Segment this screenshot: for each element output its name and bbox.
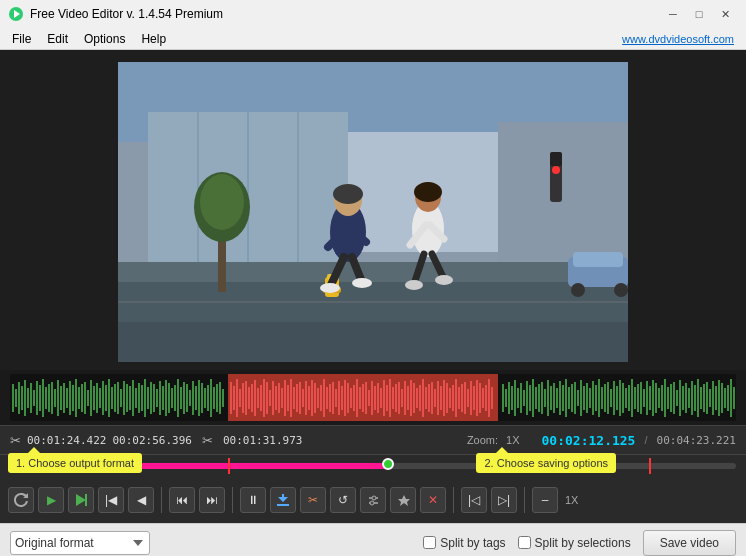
skip-start-button[interactable]: |◀ <box>98 487 124 513</box>
menu-file[interactable]: File <box>4 30 39 48</box>
minimize-button[interactable]: ─ <box>660 4 686 24</box>
svg-rect-98 <box>162 386 164 410</box>
separator-3 <box>453 487 454 513</box>
split-by-tags-checkbox[interactable] <box>423 536 436 549</box>
svg-rect-92 <box>144 379 146 417</box>
svg-rect-269 <box>685 383 687 413</box>
volume-down-button[interactable]: – <box>532 487 558 513</box>
svg-point-45 <box>571 283 585 297</box>
bottom-bar: Original format MP4 AVI MOV MKV Split by… <box>0 523 746 556</box>
svg-rect-246 <box>616 386 618 410</box>
marker1-time: 00:01:24.422 <box>27 434 106 447</box>
scrubber-thumb[interactable] <box>382 458 394 470</box>
delete-button[interactable]: ✕ <box>420 487 446 513</box>
svg-rect-78 <box>102 381 104 415</box>
svg-rect-187 <box>431 382 433 414</box>
svg-rect-218 <box>532 379 534 417</box>
svg-rect-195 <box>455 379 457 417</box>
svg-rect-79 <box>105 385 107 411</box>
adjust-button[interactable] <box>360 487 386 513</box>
svg-rect-152 <box>326 387 328 409</box>
svg-rect-250 <box>628 385 630 411</box>
prev-frame-button[interactable]: |◁ <box>461 487 487 513</box>
svg-rect-134 <box>272 381 274 415</box>
split-by-tags-group: Split by tags <box>423 536 505 550</box>
svg-rect-179 <box>407 386 409 410</box>
svg-rect-67 <box>69 381 71 415</box>
maximize-button[interactable]: □ <box>686 4 712 24</box>
next-frame-button[interactable]: ▷| <box>491 487 517 513</box>
svg-rect-210 <box>508 382 510 414</box>
svg-rect-220 <box>538 384 540 412</box>
svg-point-36 <box>405 280 423 290</box>
video-frame <box>118 62 628 362</box>
svg-rect-249 <box>625 388 627 408</box>
rotate-button[interactable]: ↺ <box>330 487 356 513</box>
svg-rect-154 <box>332 382 334 414</box>
svg-rect-266 <box>676 390 678 406</box>
skip-end-button[interactable]: ⏭ <box>199 487 225 513</box>
svg-rect-243 <box>607 382 609 414</box>
split-by-selections-label[interactable]: Split by selections <box>535 536 631 550</box>
svg-rect-66 <box>66 388 68 408</box>
svg-rect-132 <box>266 382 268 414</box>
svg-rect-287 <box>85 494 87 506</box>
menu-help[interactable]: Help <box>133 30 174 48</box>
svg-rect-157 <box>341 386 343 410</box>
svg-rect-141 <box>293 387 295 409</box>
play-button[interactable]: ▶ <box>38 487 64 513</box>
svg-rect-42 <box>550 152 562 166</box>
svg-rect-197 <box>461 384 463 412</box>
svg-rect-122 <box>236 379 238 417</box>
svg-rect-214 <box>520 383 522 413</box>
svg-rect-111 <box>201 383 203 413</box>
website-link[interactable]: www.dvdvideosoft.com <box>622 33 742 45</box>
svg-rect-94 <box>150 382 152 414</box>
svg-rect-95 <box>153 384 155 412</box>
svg-rect-229 <box>565 379 567 417</box>
format-select[interactable]: Original format MP4 AVI MOV MKV <box>10 531 150 555</box>
skip-begin-button[interactable]: ⏮ <box>169 487 195 513</box>
menu-options[interactable]: Options <box>76 30 133 48</box>
split-by-tags-label[interactable]: Split by tags <box>440 536 505 550</box>
svg-rect-133 <box>269 390 271 406</box>
undo-button[interactable] <box>8 487 34 513</box>
svg-rect-181 <box>413 383 415 413</box>
svg-rect-69 <box>75 379 77 417</box>
svg-rect-171 <box>383 380 385 416</box>
svg-rect-241 <box>601 387 603 409</box>
pause-button[interactable]: ⏸ <box>240 487 266 513</box>
menu-edit[interactable]: Edit <box>39 30 76 48</box>
svg-rect-252 <box>634 387 636 409</box>
svg-point-22 <box>333 184 363 204</box>
svg-point-41 <box>552 190 560 198</box>
svg-rect-127 <box>251 384 253 412</box>
save-video-button[interactable]: Save video <box>643 530 736 556</box>
scrubber-area[interactable] <box>0 455 746 477</box>
svg-rect-237 <box>589 388 591 408</box>
svg-rect-280 <box>718 380 720 416</box>
close-button[interactable]: ✕ <box>712 4 738 24</box>
svg-rect-165 <box>365 382 367 414</box>
scrubber-track[interactable] <box>10 463 736 469</box>
svg-point-46 <box>614 283 628 297</box>
svg-rect-221 <box>541 382 543 414</box>
video-area <box>0 50 746 370</box>
svg-rect-279 <box>715 386 717 410</box>
svg-rect-108 <box>192 381 194 415</box>
split-by-selections-checkbox[interactable] <box>518 536 531 549</box>
svg-rect-155 <box>335 389 337 407</box>
svg-rect-222 <box>544 389 546 407</box>
cut-button[interactable]: ✂ <box>300 487 326 513</box>
download-button[interactable] <box>270 487 296 513</box>
svg-rect-264 <box>670 384 672 412</box>
separator-2 <box>232 487 233 513</box>
svg-rect-225 <box>553 383 555 413</box>
svg-rect-213 <box>517 388 519 408</box>
step-back-button[interactable]: ◀ <box>128 487 154 513</box>
play-selection-button[interactable] <box>68 487 94 513</box>
svg-rect-212 <box>514 380 516 416</box>
svg-rect-209 <box>505 389 507 407</box>
svg-rect-188 <box>434 389 436 407</box>
effects-button[interactable] <box>390 487 416 513</box>
